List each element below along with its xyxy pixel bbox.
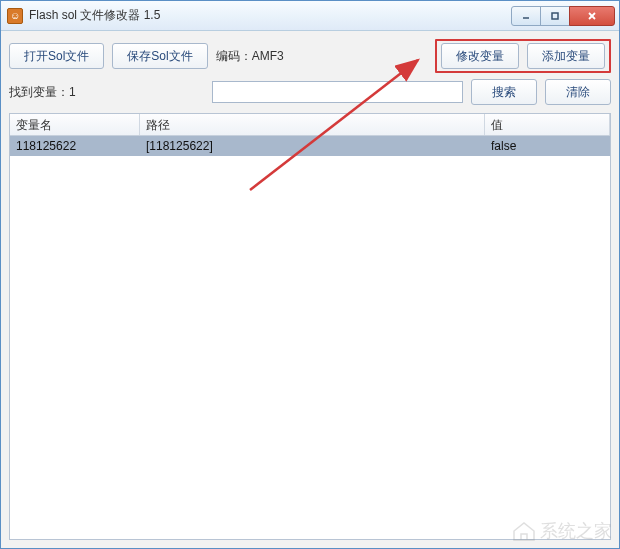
found-label: 找到变量：1 xyxy=(9,84,76,101)
search-input[interactable] xyxy=(212,81,463,103)
header-value[interactable]: 值 xyxy=(485,114,610,135)
window-controls xyxy=(512,6,615,26)
window-title: Flash sol 文件修改器 1.5 xyxy=(29,7,512,24)
close-button[interactable] xyxy=(569,6,615,26)
save-sol-button[interactable]: 保存Sol文件 xyxy=(112,43,207,69)
svg-rect-1 xyxy=(552,13,558,19)
titlebar[interactable]: ☺ Flash sol 文件修改器 1.5 xyxy=(1,1,619,31)
modify-var-button[interactable]: 修改变量 xyxy=(441,43,519,69)
header-path[interactable]: 路径 xyxy=(140,114,485,135)
table-header: 变量名 路径 值 xyxy=(10,114,610,136)
search-button[interactable]: 搜索 xyxy=(471,79,537,105)
table-row[interactable]: 118125622 [118125622] false xyxy=(10,136,610,156)
variable-table: 变量名 路径 值 118125622 [118125622] false xyxy=(9,113,611,540)
cell-value: false xyxy=(485,137,610,155)
open-sol-button[interactable]: 打开Sol文件 xyxy=(9,43,104,69)
toolbar-row: 打开Sol文件 保存Sol文件 编码：AMF3 修改变量 添加变量 xyxy=(9,39,611,73)
search-row: 找到变量：1 搜索 清除 xyxy=(9,79,611,105)
clear-button[interactable]: 清除 xyxy=(545,79,611,105)
app-window: ☺ Flash sol 文件修改器 1.5 打开Sol文件 保存Sol文件 编码… xyxy=(0,0,620,549)
add-var-button[interactable]: 添加变量 xyxy=(527,43,605,69)
cell-name: 118125622 xyxy=(10,137,140,155)
minimize-button[interactable] xyxy=(511,6,541,26)
body-area: 打开Sol文件 保存Sol文件 编码：AMF3 修改变量 添加变量 找到变量：1… xyxy=(1,31,619,548)
table-body[interactable]: 118125622 [118125622] false xyxy=(10,136,610,539)
maximize-button[interactable] xyxy=(540,6,570,26)
cell-path: [118125622] xyxy=(140,137,485,155)
highlight-annotation: 修改变量 添加变量 xyxy=(435,39,611,73)
encoding-label: 编码：AMF3 xyxy=(216,48,284,65)
watermark: 系统之家 xyxy=(512,519,612,543)
header-name[interactable]: 变量名 xyxy=(10,114,140,135)
app-icon: ☺ xyxy=(7,8,23,24)
